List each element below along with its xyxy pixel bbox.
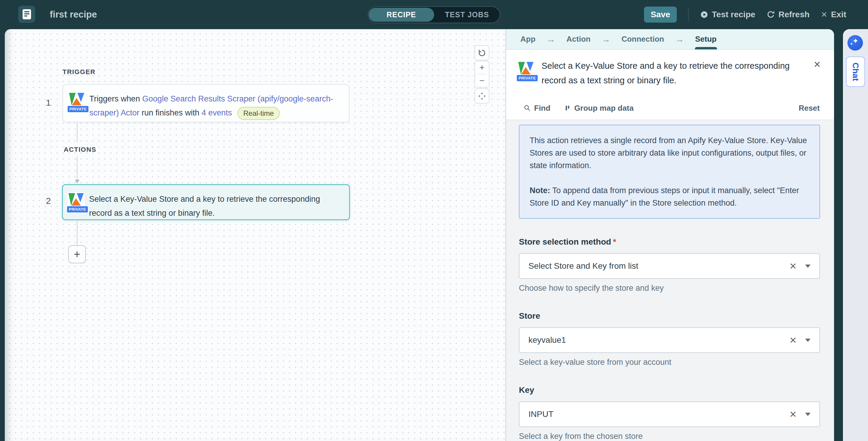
store-label: Store	[519, 311, 820, 321]
field-helper-text: Select a key-value store from your accou…	[519, 358, 820, 367]
apify-actor-icon: PRIVATE	[517, 61, 534, 78]
apify-actor-icon: PRIVATE	[68, 92, 85, 109]
field-helper-text: Select a key from the chosen store	[519, 432, 820, 441]
test-recipe-button[interactable]: Test recipe	[700, 10, 755, 19]
panel-title: Select a Key-Value Store and a key to re…	[541, 59, 807, 88]
trigger-text-mid: run finishes with	[140, 108, 202, 117]
note-label: Note:	[530, 186, 550, 195]
tab-test-jobs[interactable]: TEST JOBS	[434, 8, 500, 22]
key-label: Key	[519, 385, 820, 395]
group-bars-icon	[564, 104, 571, 112]
chat-rail: ✦ ✦ Chat	[843, 29, 868, 441]
caret-down-icon[interactable]	[805, 265, 810, 268]
breadcrumb-action[interactable]: Action	[566, 35, 591, 44]
breadcrumb-arrow-icon: →	[547, 34, 556, 44]
app-logo[interactable]	[18, 6, 35, 23]
trigger-step-text: Triggers when Google Search Results Scra…	[89, 92, 340, 120]
events-link[interactable]: 4 events	[202, 108, 232, 117]
store-selection-method-label: Store selection method*	[519, 237, 820, 247]
save-button[interactable]: Save	[644, 6, 677, 23]
key-select[interactable]: INPUT ✕	[519, 401, 820, 427]
active-tab-indicator	[695, 47, 717, 49]
actions-section-label: ACTIONS	[64, 146, 96, 154]
exit-icon: ✕	[821, 10, 828, 19]
reset-label: Reset	[799, 104, 820, 113]
play-circle-icon	[700, 10, 708, 19]
trigger-step-card[interactable]: PRIVATE Triggers when Google Search Resu…	[63, 84, 349, 122]
select-value: Select Store and Key from list	[528, 261, 781, 271]
private-badge: PRIVATE	[66, 206, 89, 213]
trigger-section-label: TRIGGER	[63, 68, 96, 76]
top-bar-actions: Save Test recipe Refresh ✕ Exit	[644, 0, 846, 29]
step-2-number: 2	[46, 196, 51, 206]
field-label-text: Key	[519, 385, 534, 395]
breadcrumb-setup[interactable]: Setup	[695, 35, 716, 44]
refresh-label: Refresh	[779, 10, 810, 19]
chat-label: Chat	[851, 63, 860, 81]
connector-line	[77, 123, 78, 142]
add-step-button[interactable]: +	[68, 245, 86, 263]
field-label-text: Store	[519, 311, 540, 320]
close-panel-icon[interactable]: ✕	[813, 59, 821, 70]
action-note: Note: To append data from previous steps…	[530, 184, 809, 209]
breadcrumb-connection[interactable]: Connection	[621, 35, 664, 44]
zoom-out-button[interactable]: −	[479, 76, 485, 85]
fit-view-button[interactable]	[474, 89, 489, 104]
reset-button[interactable]: Reset	[799, 104, 820, 113]
apify-actor-icon: PRIVATE	[67, 192, 85, 209]
field-helper-text: Choose how to specify the store and key	[519, 283, 820, 293]
connector-line	[77, 157, 78, 180]
zoom-in-button[interactable]: +	[479, 63, 485, 72]
breadcrumb-app[interactable]: App	[520, 35, 535, 44]
sparkle-icon: ✦	[852, 37, 859, 45]
caret-down-icon[interactable]	[805, 413, 810, 416]
find-button[interactable]: Find	[523, 104, 551, 113]
workflow-canvas[interactable]: TRIGGER 1 PRIVATE Triggers when Google S…	[5, 29, 505, 441]
breadcrumb-setup-label: Setup	[695, 35, 716, 43]
breadcrumb-arrow-icon: →	[601, 34, 610, 44]
panel-form: This action retrieves a single record fr…	[506, 120, 834, 441]
exit-button[interactable]: ✕ Exit	[821, 10, 846, 19]
private-badge: PRIVATE	[516, 74, 538, 82]
caret-down-icon[interactable]	[805, 339, 810, 342]
mode-tabs: RECIPE TEST JOBS	[368, 6, 500, 23]
page-title: first recipe	[50, 0, 97, 29]
undo-button[interactable]	[474, 45, 489, 60]
group-map-data-button[interactable]: Group map data	[564, 104, 633, 113]
required-asterisk: *	[613, 237, 616, 246]
tab-recipe[interactable]: RECIPE	[369, 8, 434, 22]
sparkle-icon: ✦	[850, 42, 853, 46]
step-config-panel: App → Action → Connection → Setup	[505, 29, 834, 441]
control-divider	[477, 74, 487, 74]
select-value: INPUT	[528, 409, 781, 419]
note-text: To append data from previous steps or in…	[530, 186, 799, 207]
config-breadcrumb: App → Action → Connection → Setup	[506, 29, 834, 50]
private-badge: PRIVATE	[67, 105, 89, 113]
refresh-button[interactable]: Refresh	[767, 10, 810, 19]
chat-button[interactable]: Chat	[846, 57, 865, 87]
document-icon	[22, 9, 32, 20]
ai-assistant-button[interactable]: ✦ ✦	[847, 35, 863, 50]
recipe-builder-app: first recipe RECIPE TEST JOBS Save Test …	[0, 0, 868, 441]
action-step-card[interactable]: PRIVATE Select a Key-Value Store and a k…	[62, 184, 350, 220]
undo-icon	[477, 48, 487, 58]
trigger-text-prefix: Triggers when	[89, 94, 143, 103]
panel-title-row: PRIVATE Select a Key-Value Store and a k…	[506, 50, 834, 96]
realtime-badge: Real-time	[238, 107, 280, 120]
plus-icon: +	[73, 248, 80, 261]
pan-arrows-icon	[477, 91, 487, 101]
zoom-control: + −	[474, 61, 489, 88]
clear-icon[interactable]: ✕	[789, 335, 797, 345]
exit-label: Exit	[831, 10, 846, 19]
find-label: Find	[534, 104, 551, 113]
group-map-data-label: Group map data	[574, 104, 633, 113]
store-select[interactable]: keyvalue1 ✕	[519, 327, 820, 353]
clear-icon[interactable]: ✕	[789, 409, 797, 419]
clear-icon[interactable]: ✕	[789, 261, 797, 271]
action-step-text: Select a Key-Value Store and a key to re…	[89, 192, 340, 220]
select-value: keyvalue1	[528, 335, 781, 345]
toolbar-divider	[688, 8, 689, 22]
store-selection-method-select[interactable]: Select Store and Key from list ✕	[519, 253, 820, 279]
test-recipe-label: Test recipe	[712, 10, 755, 19]
top-bar: first recipe RECIPE TEST JOBS Save Test …	[0, 0, 868, 29]
